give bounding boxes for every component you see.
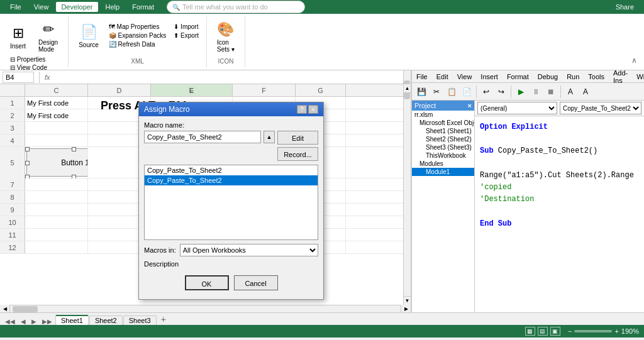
page-layout-btn[interactable]: ▤ [538,327,548,336]
zoom-plus-btn[interactable]: + [614,327,618,335]
format-tab[interactable]: Format [127,2,159,12]
col-header-e[interactable]: E [151,84,233,96]
cell-c4[interactable] [25,134,88,146]
cancel-button[interactable]: Cancel [234,275,278,290]
vba-project-close-btn[interactable]: × [468,102,472,109]
vertical-scrollbar[interactable] [403,70,411,305]
sheet-tab-nav-next[interactable]: ▶ [29,318,39,325]
row-header[interactable]: 10 [0,216,25,228]
vba-indent-btn[interactable]: A [564,85,577,99]
cell-c3[interactable] [25,122,88,134]
refresh-data-btn[interactable]: 🔄 Refresh Data [106,40,169,48]
button-1[interactable]: Button 1 [26,148,88,177]
col-header-c[interactable]: C [25,84,88,96]
row-header[interactable]: 5 [0,147,25,178]
sheet-tab-sheet3[interactable]: Sheet3 [123,315,157,325]
vba-break-btn[interactable]: ⏸ [529,85,543,99]
vba-paste-btn[interactable]: 📄 [460,85,474,99]
macro-name-input[interactable] [144,131,261,143]
vba-run-btn[interactable]: ▶ [514,85,528,99]
row-header[interactable]: 4 [0,134,25,146]
sheet-tab-nav-prev[interactable]: ◀ [18,318,28,325]
row-header[interactable]: 7 [0,178,25,190]
cell-c7[interactable] [25,178,88,190]
macro-list-item-selected[interactable]: Copy_Paste_To_Sheet2 [145,175,318,185]
vba-tree-item-module1[interactable]: Module1 [412,168,474,176]
col-header-d[interactable]: D [88,84,151,96]
vba-outdent-btn[interactable]: A [579,85,592,99]
row-header[interactable]: 2 [0,109,25,121]
vba-general-dropdown[interactable]: (General) [477,102,557,114]
sheet-tab-nav-left[interactable]: ◀◀ [3,318,18,325]
cell-c12[interactable] [25,241,88,253]
row-header[interactable]: 12 [0,241,25,253]
macros-in-select[interactable]: All Open Workbooks [180,244,318,256]
cell-c11[interactable] [25,229,88,241]
vba-undo-btn[interactable]: ↩ [479,85,493,99]
dialog-close-btn[interactable]: × [308,105,318,114]
scroll-right-btn[interactable]: ▶ [401,305,411,312]
vba-tree-item-excel[interactable]: rr.xlsm [412,111,474,119]
vba-addins-menu[interactable]: Add-Ins [611,69,630,84]
cell-c9[interactable] [25,204,88,216]
export-btn[interactable]: ⬆ Export [171,31,201,40]
record-button[interactable]: Record... [277,147,318,161]
ok-button[interactable]: OK [185,275,229,290]
vba-tools-menu[interactable]: Tools [586,73,606,80]
vba-window-menu[interactable]: Window [635,73,644,80]
row-header[interactable]: 1 [0,97,25,109]
vba-edit-menu[interactable]: Edit [435,73,450,80]
col-header-f[interactable]: F [233,84,296,96]
cell-c10[interactable] [25,216,88,228]
sheet-tab-sheet1[interactable]: Sheet1 [55,315,89,325]
expansion-packs-btn[interactable]: 📦 Expansion Packs [106,31,169,40]
vba-proc-dropdown[interactable]: Copy_Paste_To_Sheet2 [560,102,641,114]
properties-btn[interactable]: ⊟ Properties [8,55,63,63]
vba-file-menu[interactable]: File [414,73,430,80]
vba-tree-item-excel-objects[interactable]: Microsoft Excel Objects [412,119,474,127]
vba-cut-btn[interactable]: ✂ [430,85,443,99]
vba-code-editor[interactable]: Option Explicit Sub Copy_Paste_To_Sheet2… [475,116,644,312]
import-btn[interactable]: ⬇ Import [171,23,201,31]
search-bar[interactable]: 🔍 Tell me what you want to do [167,1,305,13]
vba-save-btn[interactable]: 💾 [414,85,428,99]
sheet-tab-nav-right[interactable]: ▶▶ [40,318,55,325]
design-mode-button[interactable]: ✏ DesignMode [33,19,63,55]
help-tab[interactable]: Help [101,2,125,12]
map-properties-btn[interactable]: 🗺 Map Properties [106,23,169,31]
row-header[interactable]: 3 [0,122,25,134]
scroll-down-btn[interactable]: ▼ [403,296,411,305]
scroll-up-btn[interactable]: ▲ [403,84,411,93]
edit-button[interactable]: Edit [277,131,318,145]
vba-insert-menu[interactable]: Insert [479,73,500,80]
vba-run-menu[interactable]: Run [565,73,581,80]
vba-reset-btn[interactable]: ⏹ [544,85,558,99]
normal-view-btn[interactable]: ▦ [525,327,535,336]
col-header-g[interactable]: G [296,84,346,96]
dialog-question-btn[interactable]: ? [297,105,307,114]
icon-sets-button[interactable]: 🎨 IconSets ▾ [212,19,240,55]
add-sheet-btn[interactable]: + [157,314,170,325]
vba-tree-item-sheet1[interactable]: Sheet1 (Sheet1) [412,127,474,135]
name-box[interactable] [3,72,34,83]
macro-list-item[interactable]: Copy_Paste_To_Sheet2 [145,165,318,175]
developer-tab[interactable]: Developer [56,2,97,12]
row-header[interactable]: 8 [0,191,25,203]
vba-view-menu[interactable]: View [455,73,474,80]
file-tab[interactable]: File [5,2,26,12]
row-header[interactable]: 9 [0,204,25,216]
ribbon-collapse-btn[interactable]: ∧ [631,16,644,67]
vba-tree-item-thisworkbook[interactable]: ThisWorkbook [412,151,474,160]
row-header[interactable]: 11 [0,229,25,241]
home-tab[interactable]: View [29,2,54,12]
source-button[interactable]: 📄 Source [74,21,104,51]
macro-name-scroll-btn[interactable]: ▲ [264,131,275,143]
zoom-minus-btn[interactable]: − [568,327,572,335]
cell-c1[interactable]: My First code [25,97,88,109]
vba-redo-btn[interactable]: ↪ [494,85,508,99]
vba-tree-item-sheet3[interactable]: Sheet3 (Sheet3) [412,143,474,151]
vba-tree-item-modules[interactable]: Modules [412,160,474,168]
page-break-btn[interactable]: ▣ [550,327,560,336]
horizontal-scrollbar[interactable] [0,305,411,312]
vba-tree-item-sheet2[interactable]: Sheet2 (Sheet2) [412,135,474,143]
